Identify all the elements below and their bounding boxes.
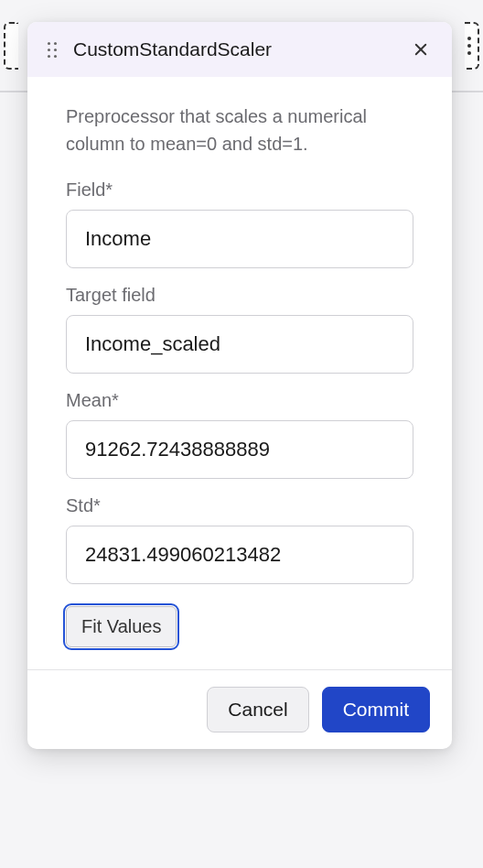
close-button[interactable] [410, 38, 432, 60]
pipeline-node-left [4, 22, 18, 70]
std-group: Std* [66, 495, 413, 584]
fit-values-button[interactable]: Fit Values [66, 606, 177, 647]
panel-body: Preprocessor that scales a numerical col… [27, 77, 452, 669]
commit-button[interactable]: Commit [322, 687, 430, 732]
std-label: Std* [66, 495, 413, 516]
panel-title: CustomStandardScaler [73, 38, 393, 60]
kebab-icon[interactable] [467, 24, 475, 68]
panel-header: CustomStandardScaler [27, 22, 452, 77]
close-icon [413, 41, 429, 58]
target-field-group: Target field [66, 285, 413, 374]
pipeline-node-right[interactable] [465, 22, 479, 70]
mean-input[interactable] [66, 420, 413, 479]
field-label: Field* [66, 179, 413, 201]
config-panel: CustomStandardScaler Preprocessor that s… [27, 22, 452, 749]
field-input[interactable] [66, 210, 413, 268]
std-input[interactable] [66, 526, 413, 584]
cancel-button[interactable]: Cancel [207, 687, 308, 732]
description-text: Preprocessor that scales a numerical col… [66, 103, 413, 157]
mean-label: Mean* [66, 390, 413, 411]
target-field-label: Target field [66, 285, 413, 306]
drag-handle-icon[interactable] [48, 42, 57, 58]
mean-group: Mean* [66, 390, 413, 479]
panel-footer: Cancel Commit [27, 669, 452, 749]
field-group: Field* [66, 179, 413, 268]
target-field-input[interactable] [66, 315, 413, 374]
